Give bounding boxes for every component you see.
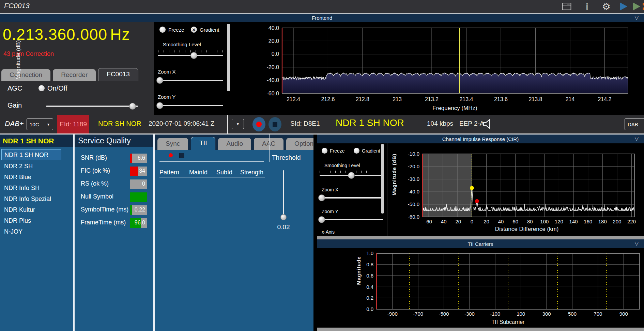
- controls-scrollbar[interactable]: [227, 24, 230, 91]
- bottom-resize-bar[interactable]: [317, 328, 644, 331]
- tii-carriers-plot[interactable]: -900-700-500-300-1001003005007009000.00.…: [317, 248, 644, 328]
- smoothing-tickmarks: [158, 50, 223, 52]
- window-title: FC0013: [4, 2, 30, 10]
- play-blue-icon[interactable]: [617, 1, 629, 12]
- ensemble-name: NDR SH NOR: [98, 120, 141, 128]
- frontend-title: Frontend: [312, 15, 332, 21]
- cir-plot[interactable]: -60-40-20020406080100120140160180200220-…: [387, 143, 644, 236]
- cir-collapse-toggle[interactable]: ▽: [634, 136, 639, 142]
- quality-bar: [130, 192, 147, 202]
- quality-row: FIC (ok %)34: [75, 167, 153, 176]
- service-dropdown-button[interactable]: ▼: [232, 119, 244, 129]
- cir-section-header: Channel Impulse Response (CIR) ▽: [317, 135, 644, 143]
- tick-mark: [206, 50, 207, 52]
- y-tick-label: -40.0: [267, 77, 279, 83]
- tick-mark: [356, 171, 356, 173]
- gear-glyph: ⚙: [602, 1, 610, 12]
- x-tick-label: 100: [540, 219, 549, 224]
- smoothing-slider-handle[interactable]: [190, 52, 197, 59]
- tick-mark: [340, 171, 341, 173]
- tab-tii[interactable]: TII: [191, 137, 215, 150]
- quality-label: FIC (ok %): [81, 167, 110, 174]
- cir-gradient-radio[interactable]: [354, 148, 359, 154]
- gain-slider-track[interactable]: [46, 106, 138, 107]
- service-item[interactable]: NDR Info Spezial: [0, 193, 73, 204]
- freeze-radio[interactable]: [159, 27, 166, 33]
- service-item[interactable]: NDR Info SH: [0, 183, 73, 193]
- zoom-x-slider-handle[interactable]: [156, 77, 163, 84]
- quality-label: Null Symbol: [81, 193, 113, 200]
- x-tick-label: 700: [594, 311, 602, 317]
- cir-zoom-x-slider-handle[interactable]: [318, 194, 325, 201]
- cir-zoom-y-slider-track[interactable]: [320, 219, 383, 220]
- tab-recorder[interactable]: Recorder: [53, 69, 96, 81]
- quality-row: RS (ok %)0: [75, 179, 153, 189]
- service-item[interactable]: NDR Kultur: [0, 204, 73, 215]
- tick-mark: [335, 171, 336, 173]
- zoom-y-slider-handle[interactable]: [156, 102, 163, 109]
- cir-xlabel: Distance Difference (km): [421, 226, 632, 233]
- service-item[interactable]: NDR 2 SH: [0, 161, 73, 172]
- column-underline: [159, 177, 265, 177]
- cir-freeze-radio[interactable]: [322, 148, 327, 154]
- x-tick-label: 212.8: [356, 96, 369, 102]
- gear-icon[interactable]: ⚙: [600, 1, 612, 12]
- cir-ylabel: Magnitude (dB): [391, 147, 397, 202]
- channel-combo[interactable]: 10C▼: [27, 119, 53, 130]
- tab-sync[interactable]: Sync: [157, 138, 188, 150]
- tii-carriers-collapse-toggle[interactable]: ▽: [634, 240, 639, 247]
- quality-bar: 6.6: [130, 154, 147, 163]
- threshold-slider-track[interactable]: [283, 170, 284, 218]
- x-tick-label: -500: [439, 311, 449, 317]
- tick-mark: [361, 171, 362, 173]
- info-icon[interactable]: i: [581, 1, 593, 12]
- tii-tab-bar: SyncTIIAudioAACOptions: [155, 135, 313, 150]
- x-tick-label: 213.6: [494, 96, 508, 102]
- y-tick-label: -20.0: [267, 64, 279, 70]
- zoom-y-slider-track[interactable]: [158, 105, 223, 106]
- gradient-radio[interactable]: ✕: [191, 27, 197, 33]
- stop-button[interactable]: [269, 117, 281, 131]
- dab-status-bar: DAB+ 10C▼ EId: 1189 NDR SH NOR 2020-07-0…: [0, 115, 644, 135]
- quality-bar: 96.0: [130, 218, 147, 228]
- threshold-slider-handle[interactable]: [280, 214, 287, 220]
- tii-status-square: [179, 153, 184, 158]
- cir-controls-scrollbar[interactable]: [381, 144, 384, 214]
- zoom-x-label: Zoom X: [158, 69, 176, 75]
- frontend-collapse-toggle[interactable]: ▽: [634, 15, 639, 21]
- agc-radio[interactable]: [39, 85, 45, 91]
- quality-label: SNR (dB): [81, 154, 107, 161]
- horizontal-rule: [159, 161, 264, 162]
- tab-audio[interactable]: Audio: [218, 138, 251, 150]
- radio-check-x: ✕: [192, 28, 196, 32]
- x-tick-label: 212.6: [321, 96, 335, 102]
- cir-freeze-label: Freeze: [330, 148, 345, 154]
- service-item[interactable]: NDR Blue: [0, 172, 73, 183]
- service-item[interactable]: N-JOY: [0, 226, 73, 237]
- speaker-icon[interactable]: [482, 119, 493, 131]
- cir-smoothing-slider-handle[interactable]: [348, 172, 355, 179]
- service-item[interactable]: NDR Plus: [0, 215, 73, 226]
- tab-connection[interactable]: Connection: [1, 69, 50, 81]
- gain-slider-handle[interactable]: [129, 103, 136, 110]
- zoom-x-slider-track[interactable]: [158, 80, 223, 81]
- cir-zoom-y-slider-handle[interactable]: [318, 216, 325, 223]
- tab-fc0013[interactable]: FC0013: [98, 68, 138, 81]
- tick-mark: [330, 171, 331, 173]
- window-icon[interactable]: [561, 1, 572, 12]
- threshold-label: Threshold: [272, 154, 301, 161]
- service-item[interactable]: NDR 1 SH NOR: [1, 149, 61, 160]
- output-device-combo[interactable]: DAB▼: [625, 119, 644, 130]
- service-list-header: NDR 1 SH NOR: [0, 135, 73, 147]
- tab-aac[interactable]: AAC: [254, 138, 283, 150]
- quality-row: SNR (dB)6.6: [75, 154, 153, 163]
- spectrum-plot[interactable]: 212.4212.6212.8213213.2213.4213.6213.821…: [237, 22, 644, 115]
- play-green-icon[interactable]: [630, 1, 642, 12]
- column-header-pattern: Pattern: [159, 169, 179, 176]
- svg-text:i: i: [586, 2, 588, 11]
- cir-zoom-x-slider-track[interactable]: [320, 197, 383, 199]
- spectrum-xlabel: Frequency (MHz): [353, 105, 557, 112]
- horizontal-splitter[interactable]: [317, 236, 644, 239]
- record-button[interactable]: [252, 117, 265, 131]
- x-tick-label: 220: [627, 219, 636, 224]
